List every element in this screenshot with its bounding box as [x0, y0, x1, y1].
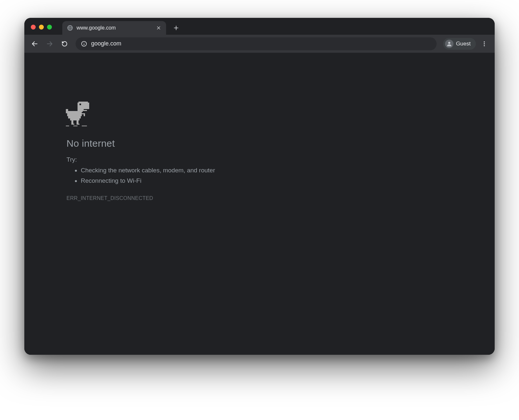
error-suggestion: Reconnecting to Wi-Fi [81, 176, 300, 186]
svg-rect-22 [66, 111, 69, 113]
svg-rect-32 [77, 124, 80, 125]
profile-label: Guest [456, 41, 471, 47]
svg-rect-36 [82, 126, 87, 126]
svg-rect-21 [66, 109, 68, 111]
tab-close-button[interactable] [156, 25, 162, 31]
svg-rect-25 [82, 113, 85, 114]
svg-point-12 [448, 42, 450, 44]
svg-rect-33 [79, 104, 81, 105]
svg-rect-26 [84, 114, 85, 116]
tab-active[interactable]: www.google.com [62, 21, 166, 35]
svg-point-13 [484, 41, 485, 42]
svg-rect-30 [71, 124, 75, 125]
svg-point-15 [484, 45, 485, 46]
error-heading: No internet [66, 138, 300, 149]
svg-rect-23 [67, 113, 82, 117]
new-tab-button[interactable] [171, 22, 182, 33]
svg-point-11 [84, 42, 84, 43]
dino-icon[interactable] [66, 102, 300, 126]
address-bar[interactable]: google.com [76, 37, 437, 50]
error-code: ERR_INTERNET_DISCONNECTED [66, 195, 300, 201]
window-close-button[interactable] [31, 25, 36, 30]
address-bar-text: google.com [91, 40, 121, 47]
window-controls [31, 25, 52, 30]
svg-rect-19 [78, 110, 87, 111]
error-suggestions: Checking the network cables, modem, and … [66, 165, 300, 186]
reload-button[interactable] [58, 37, 71, 50]
avatar-icon [445, 40, 453, 48]
svg-point-14 [484, 43, 485, 44]
profile-button[interactable]: Guest [443, 38, 476, 50]
svg-rect-17 [78, 103, 89, 109]
error-suggestion: Checking the network cables, modem, and … [81, 165, 300, 176]
svg-rect-16 [78, 102, 88, 103]
window-zoom-button[interactable] [47, 25, 52, 30]
svg-rect-27 [68, 116, 81, 118]
back-button[interactable] [28, 37, 41, 50]
toolbar: google.com Guest [24, 35, 495, 53]
svg-rect-35 [73, 126, 78, 126]
page-content: No internet Try: Checking the network ca… [24, 53, 495, 355]
svg-rect-34 [66, 126, 69, 126]
site-info-icon[interactable] [81, 41, 87, 47]
browser-window: www.google.com [24, 18, 495, 355]
window-minimize-button[interactable] [39, 25, 44, 30]
svg-rect-31 [77, 120, 78, 124]
globe-icon [67, 25, 73, 31]
tab-strip: www.google.com [24, 18, 495, 35]
svg-rect-29 [71, 120, 73, 124]
tab-title: www.google.com [77, 25, 152, 31]
svg-rect-24 [69, 111, 82, 113]
offline-error: No internet Try: Checking the network ca… [66, 102, 300, 201]
forward-button[interactable] [43, 37, 56, 50]
svg-rect-18 [78, 109, 84, 110]
menu-button[interactable] [478, 37, 491, 50]
error-try-label: Try: [66, 156, 300, 163]
svg-rect-28 [70, 118, 79, 120]
